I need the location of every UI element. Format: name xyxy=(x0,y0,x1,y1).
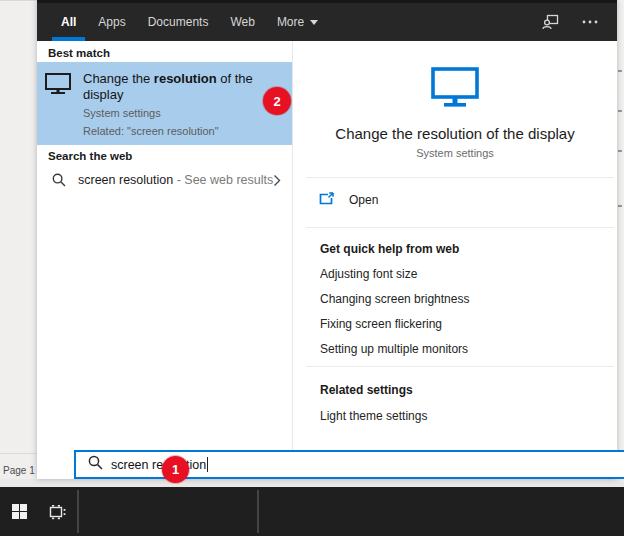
background-window-left-strip: Page 1 o xyxy=(0,0,37,487)
preview-panel: Change the resolution of the display Sys… xyxy=(293,41,617,450)
results-body: Best match Change the resolution of the … xyxy=(37,41,617,450)
tab-documents-label: Documents xyxy=(148,15,209,29)
monitor-icon-large xyxy=(431,67,479,111)
search-icon xyxy=(88,455,103,474)
quick-help-item[interactable]: Setting up multiple monitors xyxy=(320,342,468,356)
quick-help-item[interactable]: Changing screen brightness xyxy=(320,292,469,306)
web-results-suffix: - See web results xyxy=(173,173,273,187)
filter-tabs: All Apps Documents Web More xyxy=(37,3,329,41)
search-input[interactable]: screen resolution xyxy=(74,450,624,479)
chevron-right-icon[interactable] xyxy=(273,173,281,191)
open-action[interactable]: Open xyxy=(319,191,378,209)
best-match-text: Change the resolution of the display Sys… xyxy=(83,71,268,137)
quick-help-item[interactable]: Fixing screen flickering xyxy=(320,317,442,331)
taskbar xyxy=(0,487,624,536)
filter-bar-actions xyxy=(541,13,617,31)
quick-help-header: Get quick help from web xyxy=(320,242,459,256)
web-query: screen resolution xyxy=(78,173,173,187)
related-settings-header: Related settings xyxy=(320,383,413,397)
chevron-down-icon xyxy=(310,20,318,25)
background-bottom-strip xyxy=(0,479,624,487)
background-edge-mark xyxy=(618,205,622,207)
web-search-text: screen resolution - See web results xyxy=(78,173,273,187)
annotation-step-2: 2 xyxy=(263,87,291,115)
tab-all[interactable]: All xyxy=(50,3,87,41)
tab-more[interactable]: More xyxy=(266,3,329,41)
divider xyxy=(306,177,614,178)
best-match-result[interactable]: Change the resolution of the display Sys… xyxy=(37,62,292,145)
task-view-button[interactable] xyxy=(38,487,76,536)
open-label: Open xyxy=(349,193,378,207)
tab-web[interactable]: Web xyxy=(219,3,265,41)
windows-logo-icon xyxy=(12,504,27,519)
divider xyxy=(306,366,614,367)
search-flyout: All Apps Documents Web More xyxy=(37,0,617,479)
background-edge-mark xyxy=(618,110,622,112)
screenshot-root: Page 1 o All Apps Documents W xyxy=(0,0,624,536)
web-search-result[interactable]: screen resolution - See web results xyxy=(37,165,292,195)
background-edge-mark xyxy=(618,70,622,72)
annotation-step-1: 1 xyxy=(162,456,189,483)
taskbar-separator xyxy=(257,490,259,533)
tab-documents[interactable]: Documents xyxy=(137,3,220,41)
best-match-header: Best match xyxy=(48,47,110,59)
search-input-value: screen resolution xyxy=(111,458,206,472)
text-caret xyxy=(207,457,208,472)
tab-web-label: Web xyxy=(230,15,254,29)
monitor-icon xyxy=(45,73,71,99)
search-icon xyxy=(52,173,66,191)
quick-help-item[interactable]: Adjusting font size xyxy=(320,267,417,281)
open-icon xyxy=(319,191,334,209)
title-highlighted-term: resolution xyxy=(154,71,217,86)
related-settings-item[interactable]: Light theme settings xyxy=(320,409,427,423)
search-the-web-header: Search the web xyxy=(48,150,132,162)
title-prefix: Change the xyxy=(83,71,154,86)
tab-all-label: All xyxy=(61,15,76,29)
tab-apps-label: Apps xyxy=(98,15,125,29)
divider xyxy=(306,227,614,228)
taskbar-separator xyxy=(77,490,79,533)
best-match-subtitle: System settings xyxy=(83,107,268,119)
tab-more-label: More xyxy=(277,15,304,29)
feedback-user-icon[interactable] xyxy=(541,13,559,31)
background-edge-mark xyxy=(618,150,622,152)
best-match-title: Change the resolution of the display xyxy=(83,71,261,102)
tab-apps[interactable]: Apps xyxy=(87,3,136,41)
background-statusbar-divider xyxy=(0,453,37,454)
preview-title: Change the resolution of the display xyxy=(293,125,617,142)
task-view-icon xyxy=(49,504,66,520)
start-button[interactable] xyxy=(0,487,38,536)
best-match-related: Related: "screen resolution" xyxy=(83,125,268,137)
preview-subtitle: System settings xyxy=(293,147,617,159)
ellipsis-menu-icon[interactable] xyxy=(581,13,599,31)
search-filter-bar: All Apps Documents Web More xyxy=(37,0,617,41)
background-window-right-sliver xyxy=(617,0,624,487)
